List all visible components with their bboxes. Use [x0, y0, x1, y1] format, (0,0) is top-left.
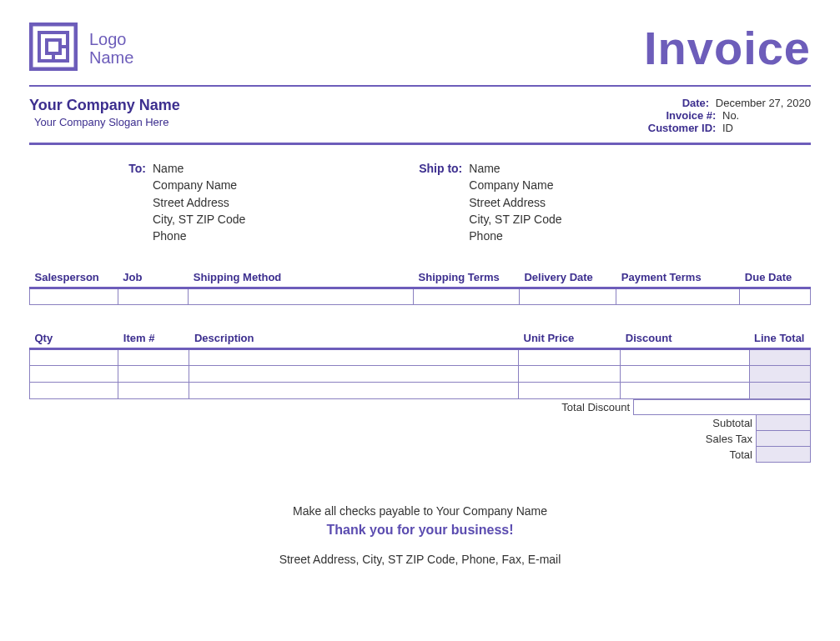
customer-id-label: Customer ID:	[648, 122, 717, 134]
ship-to-lines: Name Company Name Street Address City, S…	[469, 160, 561, 244]
th-shipping-method: Shipping Method	[189, 268, 414, 288]
date-label: Date:	[682, 97, 710, 109]
bill-to-company: Company Name	[153, 177, 245, 193]
cell-description[interactable]	[189, 383, 519, 399]
logo-text: Logo Name	[89, 30, 133, 67]
cell-payment-terms[interactable]	[616, 288, 740, 305]
sales-tax-value[interactable]	[756, 431, 811, 447]
cell-line-total[interactable]	[749, 366, 810, 383]
cell-discount[interactable]	[621, 383, 749, 399]
payable-line: Make all checks payable to Your Company …	[29, 504, 811, 518]
th-delivery-date: Delivery Date	[519, 268, 616, 288]
items-table: Qty Item # Description Unit Price Discou…	[29, 328, 811, 399]
th-shipping-terms: Shipping Terms	[414, 268, 520, 288]
cell-discount[interactable]	[621, 366, 749, 383]
item-row	[30, 366, 811, 383]
th-item: Item #	[118, 328, 189, 349]
logo-icon	[29, 23, 78, 74]
cell-qty[interactable]	[30, 366, 118, 383]
bill-to-city: City, ST ZIP Code	[153, 211, 245, 228]
ship-to-city: City, ST ZIP Code	[469, 211, 561, 228]
ship-to-name: Name	[469, 160, 561, 177]
th-qty: Qty	[30, 328, 118, 349]
cell-line-total[interactable]	[749, 383, 810, 399]
subtotal-value[interactable]	[756, 415, 811, 431]
bill-to-name: Name	[153, 160, 245, 177]
th-unit-price: Unit Price	[519, 328, 621, 349]
cell-due-date[interactable]	[740, 288, 811, 305]
invoice-number-value: No.	[719, 109, 811, 122]
ship-to-label: Ship to:	[412, 160, 462, 244]
cell-qty[interactable]	[30, 383, 118, 399]
invoice-title: Invoice	[644, 21, 811, 75]
total-value[interactable]	[756, 447, 811, 463]
total-label: Total	[727, 448, 756, 462]
terms-row	[30, 288, 811, 305]
subtotal-label: Subtotal	[709, 416, 756, 430]
cell-unit-price[interactable]	[519, 349, 621, 366]
cell-unit-price[interactable]	[519, 383, 621, 399]
cell-salesperson[interactable]	[30, 288, 118, 305]
logo-block: Logo Name	[29, 23, 133, 74]
item-row	[30, 349, 811, 366]
header: Logo Name Invoice	[29, 21, 811, 75]
bill-to-street: Street Address	[153, 194, 245, 211]
ship-to-company: Company Name	[469, 177, 561, 193]
date-value: December 27, 2020	[712, 97, 811, 109]
th-description: Description	[189, 328, 519, 349]
thanks-line: Thank you for your business!	[29, 523, 811, 538]
company-block: Your Company Name Your Company Slogan He…	[29, 97, 180, 128]
cell-item[interactable]	[118, 366, 189, 383]
th-salesperson: Salesperson	[30, 268, 118, 288]
bill-to-phone: Phone	[153, 228, 245, 244]
customer-id-value: ID	[719, 122, 811, 134]
cell-item[interactable]	[118, 383, 189, 399]
ship-to-phone: Phone	[469, 228, 561, 244]
th-discount: Discount	[621, 328, 749, 349]
bill-to-label: To:	[96, 160, 146, 244]
cell-qty[interactable]	[30, 349, 118, 366]
cell-discount[interactable]	[621, 349, 749, 366]
th-due-date: Due Date	[740, 268, 811, 288]
cell-description[interactable]	[189, 349, 519, 366]
invoice-number-label: Invoice #:	[666, 109, 716, 122]
cell-job[interactable]	[118, 288, 189, 305]
addresses: To: Name Company Name Street Address Cit…	[29, 160, 811, 244]
company-meta: Your Company Name Your Company Slogan He…	[29, 97, 811, 134]
svg-rect-2	[47, 40, 60, 53]
logo-line2: Name	[89, 48, 133, 67]
cell-item[interactable]	[118, 349, 189, 366]
sales-tax-label: Sales Tax	[702, 432, 756, 446]
item-row	[30, 383, 811, 399]
cell-description[interactable]	[189, 366, 519, 383]
total-discount-label: Total Discount	[558, 400, 633, 414]
cell-shipping-method[interactable]	[189, 288, 414, 305]
cell-line-total[interactable]	[749, 349, 810, 366]
divider-top	[29, 85, 811, 87]
cell-unit-price[interactable]	[519, 366, 621, 383]
meta-block: Date: December 27, 2020 Invoice #: No. C…	[648, 97, 811, 134]
logo-line1: Logo	[89, 30, 133, 48]
bill-to-lines: Name Company Name Street Address City, S…	[153, 160, 245, 244]
terms-table: Salesperson Job Shipping Method Shipping…	[29, 268, 811, 305]
totals-block: Total Discount Subtotal Sales Tax Total	[29, 399, 811, 463]
company-slogan: Your Company Slogan Here	[29, 116, 180, 128]
ship-to-block: Ship to: Name Company Name Street Addres…	[412, 160, 561, 244]
divider-mid	[29, 143, 811, 145]
cell-delivery-date[interactable]	[519, 288, 616, 305]
bill-to-block: To: Name Company Name Street Address Cit…	[96, 160, 245, 244]
cell-shipping-terms[interactable]	[414, 288, 520, 305]
footer: Make all checks payable to Your Company …	[29, 504, 811, 566]
ship-to-street: Street Address	[469, 194, 561, 211]
company-name: Your Company Name	[29, 97, 180, 114]
th-job: Job	[118, 268, 189, 288]
total-discount-value[interactable]	[633, 399, 811, 415]
th-payment-terms: Payment Terms	[616, 268, 740, 288]
th-line-total: Line Total	[749, 328, 810, 349]
contact-line: Street Address, City, ST ZIP Code, Phone…	[29, 553, 811, 566]
